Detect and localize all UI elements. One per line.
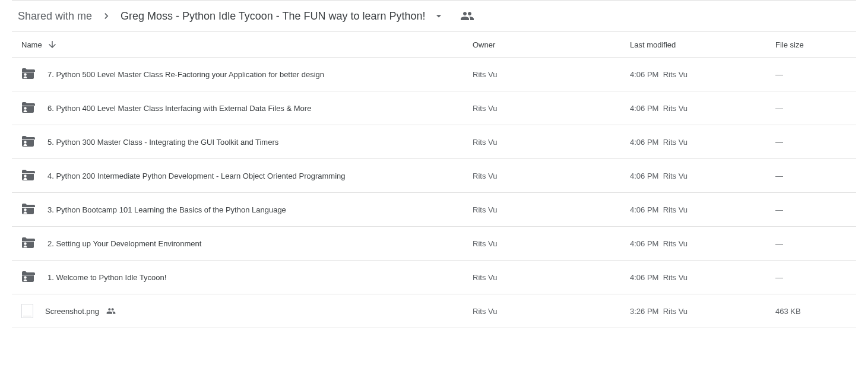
row-owner-cell: Rits Vu (473, 307, 630, 316)
breadcrumb-current[interactable]: Greg Moss - Python Idle Tycoon - The FUN… (121, 10, 445, 23)
breadcrumb: Shared with me Greg Moss - Python Idle T… (12, 0, 856, 32)
svg-point-3 (24, 174, 26, 177)
file-name: Screenshot.png (45, 307, 99, 316)
chevron-right-icon (100, 10, 112, 22)
row-size-cell: — (775, 172, 847, 180)
column-header-modified[interactable]: Last modified (630, 40, 775, 49)
file-table: Name Owner Last modified File size 7. Py… (12, 32, 856, 328)
file-name: 7. Python 500 Level Master Class Re-Fact… (47, 70, 324, 79)
row-name-cell: 1. Welcome to Python Idle Tycoon! (21, 270, 473, 284)
svg-point-6 (24, 276, 26, 278)
shared-badge-icon (106, 306, 116, 316)
table-row[interactable]: 2. Setting up Your Development Environme… (12, 227, 856, 261)
file-name: 4. Python 200 Intermediate Python Develo… (47, 172, 346, 180)
row-owner-cell: Rits Vu (473, 104, 630, 113)
file-name: 3. Python Bootcamp 101 Learning the Basi… (47, 205, 286, 214)
svg-point-1 (24, 107, 26, 109)
table-row[interactable]: Screenshot.pngRits Vu3:26 PM Rits Vu463 … (12, 294, 856, 328)
table-header: Name Owner Last modified File size (12, 32, 856, 58)
breadcrumb-root[interactable]: Shared with me (18, 10, 92, 23)
shared-folder-icon (21, 67, 36, 81)
table-row[interactable]: 4. Python 200 Intermediate Python Develo… (12, 159, 856, 193)
table-row[interactable]: 3. Python Bootcamp 101 Learning the Basi… (12, 193, 856, 227)
row-modified-cell: 4:06 PM Rits Vu (630, 104, 775, 113)
shared-folder-icon (21, 135, 36, 149)
row-modified-cell: 4:06 PM Rits Vu (630, 273, 775, 282)
row-name-cell: 6. Python 400 Level Master Class Interfa… (21, 101, 473, 115)
file-name: 6. Python 400 Level Master Class Interfa… (47, 104, 311, 113)
people-icon[interactable] (460, 9, 474, 23)
column-header-size[interactable]: File size (775, 40, 847, 49)
shared-folder-icon (21, 236, 36, 250)
row-size-cell: — (775, 239, 847, 248)
svg-point-5 (24, 242, 26, 245)
shared-folder-icon (21, 202, 36, 217)
row-owner-cell: Rits Vu (473, 239, 630, 248)
table-row[interactable]: 1. Welcome to Python Idle Tycoon!Rits Vu… (12, 261, 856, 294)
row-size-cell: — (775, 205, 847, 214)
row-name-cell: 7. Python 500 Level Master Class Re-Fact… (21, 67, 473, 81)
row-size-cell: 463 KB (775, 307, 847, 316)
shared-folder-icon (21, 101, 36, 115)
row-modified-cell: 4:06 PM Rits Vu (630, 172, 775, 180)
row-modified-cell: 4:06 PM Rits Vu (630, 138, 775, 147)
row-name-cell: 3. Python Bootcamp 101 Learning the Basi… (21, 202, 473, 217)
svg-point-0 (24, 73, 26, 75)
column-name-label: Name (21, 40, 42, 49)
row-owner-cell: Rits Vu (473, 172, 630, 180)
row-modified-cell: 3:26 PM Rits Vu (630, 307, 775, 316)
row-name-cell: 2. Setting up Your Development Environme… (21, 236, 473, 250)
row-name-cell: 5. Python 300 Master Class - Integrating… (21, 135, 473, 149)
row-modified-cell: 4:06 PM Rits Vu (630, 239, 775, 248)
file-name: 2. Setting up Your Development Environme… (47, 239, 201, 248)
svg-point-2 (24, 141, 26, 143)
shared-folder-icon (21, 169, 36, 183)
table-row[interactable]: 5. Python 300 Master Class - Integrating… (12, 125, 856, 159)
svg-point-4 (24, 208, 26, 211)
row-size-cell: — (775, 273, 847, 282)
row-modified-cell: 4:06 PM Rits Vu (630, 70, 775, 79)
row-size-cell: — (775, 104, 847, 113)
row-name-cell: 4. Python 200 Intermediate Python Develo… (21, 169, 473, 183)
table-row[interactable]: 6. Python 400 Level Master Class Interfa… (12, 91, 856, 125)
row-modified-cell: 4:06 PM Rits Vu (630, 205, 775, 214)
shared-folder-icon (21, 270, 36, 284)
column-header-name[interactable]: Name (21, 39, 473, 50)
row-size-cell: — (775, 70, 847, 79)
column-header-owner[interactable]: Owner (473, 40, 630, 49)
arrow-down-icon (47, 39, 58, 50)
dropdown-icon[interactable] (433, 10, 445, 22)
image-file-icon (21, 304, 33, 318)
breadcrumb-current-label: Greg Moss - Python Idle Tycoon - The FUN… (121, 10, 426, 23)
table-row[interactable]: 7. Python 500 Level Master Class Re-Fact… (12, 58, 856, 91)
file-name: 5. Python 300 Master Class - Integrating… (47, 138, 278, 147)
file-name: 1. Welcome to Python Idle Tycoon! (47, 273, 166, 282)
row-owner-cell: Rits Vu (473, 273, 630, 282)
row-size-cell: — (775, 138, 847, 147)
row-owner-cell: Rits Vu (473, 138, 630, 147)
row-name-cell: Screenshot.png (21, 304, 473, 318)
row-owner-cell: Rits Vu (473, 70, 630, 79)
row-owner-cell: Rits Vu (473, 205, 630, 214)
